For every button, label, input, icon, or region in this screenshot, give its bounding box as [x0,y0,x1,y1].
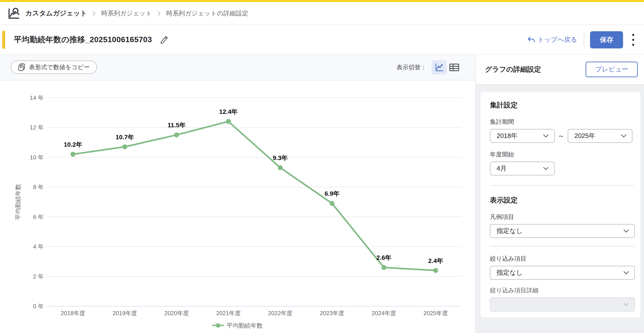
line-chart: 0 年2 年4 年6 年8 年10 年12 年14 年平均勤続年数2018年度2… [0,80,475,333]
svg-text:2023年度: 2023年度 [320,310,344,316]
title-accent-bar [2,31,5,49]
svg-text:6.9年: 6.9年 [325,190,340,197]
chevron-down-icon [623,229,629,233]
back-to-top-link[interactable]: トップへ戻る [528,35,577,44]
period-from-select[interactable]: 2018年 [490,129,554,143]
svg-text:2021年度: 2021年度 [216,310,240,316]
svg-text:平均勤続年数: 平均勤続年数 [226,322,263,329]
copy-plus-icon [18,63,26,71]
breadcrumb-item-custom-gadget[interactable]: カスタムガジェット [26,9,87,18]
vertical-divider [584,32,584,47]
table-view-toggle-button[interactable] [447,60,462,75]
breadcrumb-item-timeseries-gadget[interactable]: 時系列ガジェット [101,9,152,18]
svg-text:2022年度: 2022年度 [268,310,292,316]
legend-field-label: 凡例項目 [490,213,634,221]
edit-pencil-icon[interactable] [160,35,169,44]
preview-button[interactable]: プレビュー [586,62,638,77]
legend-field-value: 指定なし [496,226,523,235]
chevron-down-icon [623,303,629,306]
fiscal-start-value: 4月 [496,164,507,173]
svg-text:平均勤続年数: 平均勤続年数 [15,184,22,220]
svg-text:9.3年: 9.3年 [273,154,288,161]
save-button[interactable]: 保存 [590,31,623,49]
view-toggle: 表示切替： [396,55,462,80]
svg-text:2018年度: 2018年度 [61,310,85,316]
period-to-value: 2025年 [574,131,596,140]
table-icon [449,63,460,72]
svg-text:2.6年: 2.6年 [376,254,391,261]
period-to-select[interactable]: 2025年 [568,129,632,143]
copy-button-label: 表形式で数値をコピー [29,63,90,71]
filter-field-select[interactable]: 指定なし [490,266,635,280]
settings-card: 集計設定 集計期間 2018年 ～ 2025年 年度開始 [480,92,640,317]
chart-area: 表形式で数値をコピー 表示切替： [0,55,475,333]
svg-text:10.2年: 10.2年 [64,141,82,148]
svg-text:10 年: 10 年 [30,154,44,161]
svg-text:14 年: 14 年 [30,94,44,101]
dotted-divider [490,246,634,247]
svg-text:11.5年: 11.5年 [168,122,186,129]
view-toggle-label: 表示切替： [396,63,426,71]
svg-text:4 年: 4 年 [33,243,44,250]
svg-text:2019年度: 2019年度 [112,310,137,316]
main-content: 表形式で数値をコピー 表示切替： [0,55,644,333]
fiscal-start-select[interactable]: 4月 [490,162,554,175]
back-link-label: トップへ戻る [538,35,577,44]
copy-table-values-button[interactable]: 表形式で数値をコピー [11,61,97,74]
svg-text:6 年: 6 年 [33,214,44,220]
page: カスタムガジェット 時系列ガジェット 時系列ガジェットの詳細設定 平均勤続年数の… [0,0,644,333]
legend-field-select[interactable]: 指定なし [490,224,635,238]
svg-text:2.4年: 2.4年 [428,257,443,264]
svg-text:10.7年: 10.7年 [116,134,134,141]
chevron-right-icon [158,11,161,16]
svg-text:12.4年: 12.4年 [219,108,238,115]
filter-detail-label: 絞り込み項目詳細 [490,286,634,294]
title-bar: 平均勤続年数の推移_20251006165703 トップへ戻る 保存 [0,25,644,55]
line-chart-icon [434,63,444,72]
panel-header: グラフの詳細設定 プレビュー [476,55,644,85]
titlebar-actions: トップへ戻る 保存 [528,25,638,55]
period-label: 集計期間 [490,118,634,126]
top-accent-bar [0,0,644,2]
display-section-title: 表示設定 [490,195,634,205]
chevron-right-icon [92,11,96,16]
filter-field-value: 指定なし [496,268,523,277]
panel-body: 集計設定 集計期間 2018年 ～ 2025年 年度開始 [476,85,644,317]
custom-gadget-logo-icon [7,7,20,20]
chevron-down-icon [621,134,626,138]
aggregation-section-title: 集計設定 [490,100,634,110]
filter-field-label: 絞り込み項目 [490,255,634,263]
svg-text:2 年: 2 年 [33,273,44,280]
chart-view-toggle-button[interactable] [432,60,447,75]
svg-text:8 年: 8 年 [33,184,44,190]
settings-panel: グラフの詳細設定 プレビュー 集計設定 集計期間 2018年 ～ 2025年 [475,55,644,333]
chart-toolbar: 表形式で数値をコピー 表示切替： [0,55,475,80]
fiscal-start-label: 年度開始 [490,150,634,158]
period-from-value: 2018年 [496,131,518,140]
chevron-down-icon [543,134,549,138]
svg-text:2024年度: 2024年度 [372,310,396,316]
undo-arrow-icon [528,36,535,43]
filter-detail-select [490,297,635,311]
breadcrumb-item-detail-settings: 時系列ガジェットの詳細設定 [166,9,248,18]
svg-text:2025年度: 2025年度 [424,310,448,316]
svg-text:2020年度: 2020年度 [164,310,189,316]
svg-text:0 年: 0 年 [33,303,44,309]
breadcrumb: カスタムガジェット 時系列ガジェット 時系列ガジェットの詳細設定 [0,2,644,25]
page-title: 平均勤続年数の推移_20251006165703 [14,34,152,45]
section-divider [490,185,634,186]
panel-title: グラフの詳細設定 [485,65,541,74]
chevron-down-icon [623,271,629,274]
more-menu-button[interactable] [628,30,638,50]
chevron-down-icon [543,167,549,170]
svg-text:12 年: 12 年 [30,124,44,131]
period-row: 2018年 ～ 2025年 [490,129,634,143]
period-separator: ～ [558,131,564,141]
